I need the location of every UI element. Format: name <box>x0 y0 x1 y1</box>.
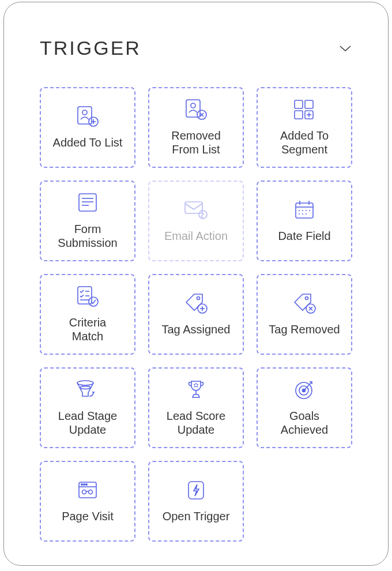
trophy-icon <box>184 376 208 404</box>
bolt-icon <box>186 476 206 504</box>
svg-rect-10 <box>295 100 303 108</box>
email-action-icon <box>183 196 209 224</box>
trigger-card-lead-stage-update[interactable]: Lead Stage Update <box>40 367 135 448</box>
trigger-card-date-field[interactable]: Date Field <box>257 181 352 261</box>
svg-point-42 <box>306 297 308 300</box>
trigger-card-added-to-segment[interactable]: Added To Segment <box>257 87 352 168</box>
trigger-label: Page Visit <box>62 510 114 524</box>
user-list-remove-icon <box>183 96 209 123</box>
panel-title: TRIGGER <box>40 37 141 59</box>
svg-point-59 <box>89 490 93 494</box>
trigger-label: Criteria Match <box>69 316 106 343</box>
trigger-label: Form Submission <box>58 223 117 250</box>
trigger-card-goals-achieved[interactable]: Goals Achieved <box>257 367 352 448</box>
trigger-label: Email Action <box>164 230 228 243</box>
trigger-card-page-visit[interactable]: Page Visit <box>40 461 135 542</box>
svg-point-1 <box>82 110 87 115</box>
collapse-toggle[interactable] <box>338 42 352 55</box>
calendar-icon <box>293 196 316 224</box>
trigger-card-open-trigger[interactable]: Open Trigger <box>148 461 244 542</box>
svg-rect-5 <box>186 100 200 117</box>
svg-point-47 <box>80 386 91 389</box>
browser-icon <box>76 476 99 504</box>
svg-rect-11 <box>305 100 313 108</box>
tag-add-icon <box>183 290 209 317</box>
svg-rect-0 <box>78 107 92 124</box>
trigger-label: Date Field <box>278 230 330 243</box>
panel-header: TRIGGER <box>40 37 352 59</box>
trigger-panel: TRIGGER Added To List Removed From List <box>3 2 389 566</box>
trigger-label: Added To List <box>53 136 123 150</box>
svg-rect-22 <box>296 203 313 218</box>
svg-point-56 <box>84 484 85 485</box>
trigger-label: Open Trigger <box>163 510 230 524</box>
trigger-label: Removed From List <box>171 129 221 156</box>
trigger-card-form-submission[interactable]: Form Submission <box>40 181 135 261</box>
trigger-card-removed-from-list[interactable]: Removed From List <box>148 87 244 168</box>
trigger-card-added-to-list[interactable]: Added To List <box>40 87 135 168</box>
trigger-label: Tag Assigned <box>162 323 231 337</box>
trigger-label: Tag Removed <box>269 323 340 337</box>
trigger-card-tag-assigned[interactable]: Tag Assigned <box>148 274 244 355</box>
svg-point-46 <box>77 381 93 385</box>
tag-remove-icon <box>291 290 318 317</box>
user-list-add-icon <box>74 103 101 130</box>
svg-rect-60 <box>189 482 203 499</box>
svg-point-38 <box>197 297 200 300</box>
segment-add-icon <box>292 96 316 123</box>
trigger-card-criteria-match[interactable]: Criteria Match <box>40 274 135 355</box>
svg-rect-33 <box>78 287 92 304</box>
trigger-card-lead-score-update[interactable]: Lead Score Update <box>148 367 244 448</box>
trigger-grid: Added To List Removed From List Added To… <box>40 87 352 542</box>
form-icon <box>76 189 99 217</box>
funnel-icon <box>75 376 100 404</box>
trigger-label: Lead Score Update <box>167 410 225 437</box>
trigger-card-email-action: Email Action <box>148 181 244 261</box>
svg-rect-12 <box>295 111 303 119</box>
svg-rect-16 <box>79 194 96 211</box>
svg-point-55 <box>81 484 82 485</box>
target-icon <box>292 376 316 404</box>
chevron-down-icon <box>339 44 352 52</box>
svg-point-57 <box>86 484 87 485</box>
trigger-label: Added To Segment <box>280 129 329 156</box>
trigger-label: Lead Stage Update <box>58 410 117 437</box>
criteria-icon <box>74 283 101 310</box>
trigger-card-tag-removed[interactable]: Tag Removed <box>257 274 352 355</box>
svg-point-37 <box>89 297 98 306</box>
svg-point-58 <box>82 490 86 494</box>
trigger-label: Goals Achieved <box>281 410 328 437</box>
svg-point-6 <box>191 103 195 108</box>
